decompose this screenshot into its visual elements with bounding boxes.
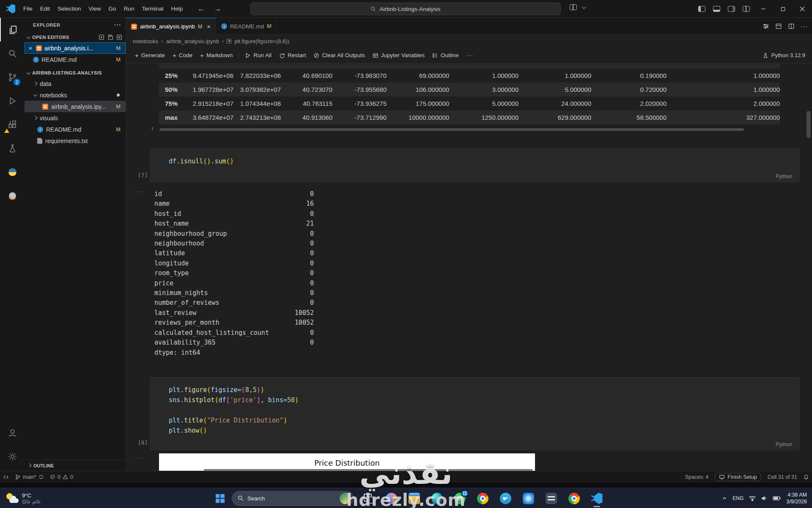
cell-position-indicator[interactable]: Cell 31 of 31 (765, 471, 800, 483)
search-highlight-image[interactable] (340, 493, 351, 504)
outline-section-header[interactable]: OUTLINE (25, 460, 126, 471)
explorer-activity-icon[interactable] (0, 18, 25, 41)
file-requirements[interactable]: requirements.txt (25, 135, 126, 146)
hidden-icons-chevron[interactable] (721, 495, 727, 501)
volume-icon[interactable] (761, 495, 768, 501)
copilot-taskbar-icon[interactable] (381, 489, 402, 508)
clock[interactable]: 4:38 AM 3/9/2026 (786, 491, 807, 505)
add-code-cell-button[interactable]: +Code (169, 50, 196, 61)
configure-notebook-icon[interactable] (763, 23, 769, 30)
menu-selection[interactable]: Selection (54, 3, 85, 15)
menu-edit[interactable]: Edit (36, 3, 54, 15)
menu-help[interactable]: Help (167, 3, 187, 15)
chrome-taskbar-icon[interactable] (472, 489, 493, 508)
taskbar-search[interactable]: Search (232, 491, 354, 506)
add-markdown-cell-button[interactable]: +Markdown (196, 50, 236, 61)
close-tab-icon[interactable]: × (207, 23, 211, 30)
weather-widget[interactable]: 9°C غائم غالبًا (3, 490, 43, 507)
nav-back-icon[interactable]: ← (198, 5, 205, 13)
toggle-primary-sidebar-icon[interactable] (698, 6, 705, 12)
code-cell-histplot[interactable]: plt.figure(figsize=(8,5))sns.histplot(df… (150, 377, 799, 450)
kernel-picker[interactable]: Python 3.12.9 (763, 52, 805, 58)
file-airbnb-notebook[interactable]: airbnb_analysis.ipy... M (25, 101, 126, 112)
breadcrumb-file[interactable]: airbnb_analysis.ipynb (166, 38, 219, 44)
notifications-bell-icon[interactable] (800, 471, 812, 483)
testing-activity-icon[interactable] (0, 136, 25, 160)
tab-airbnb-notebook[interactable]: airbnb_analysis.ipynb M × (126, 18, 216, 35)
copilot-toggle-icon[interactable] (570, 4, 577, 10)
menu-file[interactable]: File (19, 3, 36, 15)
collapse-icons-icon[interactable] (775, 23, 782, 30)
split-editor-icon[interactable] (788, 23, 795, 30)
telegram-taskbar-icon[interactable] (495, 489, 516, 508)
file-readme[interactable]: i README.md M (25, 124, 126, 135)
minimize-button[interactable] (754, 0, 773, 18)
menu-run[interactable]: Run (120, 3, 138, 15)
menu-go[interactable]: Go (105, 3, 120, 15)
sync-icon[interactable] (38, 474, 44, 480)
python-activity-icon[interactable] (0, 160, 25, 184)
menu-view[interactable]: View (85, 3, 105, 15)
toggle-secondary-sidebar-icon[interactable] (728, 6, 735, 12)
toggle-panel-icon[interactable] (713, 6, 720, 12)
run-all-button[interactable]: Run All (241, 50, 275, 60)
close-window-button[interactable] (793, 0, 812, 18)
project-root-header[interactable]: AIRBNB-LISTINGS-ANALYSIS (25, 68, 126, 78)
output-menu-icon[interactable]: ··· (135, 454, 143, 461)
save-all-icon[interactable] (107, 34, 113, 40)
more-actions-icon[interactable]: ··· (801, 23, 808, 30)
cell2-code[interactable]: plt.figure(figsize=(8,5))sns.histplot(df… (151, 378, 799, 436)
vertical-scrollbar[interactable] (807, 111, 811, 138)
command-center-search[interactable]: Airbnb-Listings-Analysis (250, 3, 561, 15)
explorer-more-icon[interactable]: ··· (114, 22, 121, 28)
source-control-activity-icon[interactable]: 2 (0, 65, 25, 89)
whatsapp-taskbar-icon[interactable]: 11 (449, 489, 470, 508)
search-activity-icon[interactable] (0, 41, 25, 65)
menu-terminal[interactable]: Terminal (138, 3, 167, 15)
wifi-icon[interactable] (749, 495, 756, 501)
jupyter-variables-button[interactable]: Jupyter Variables (369, 50, 428, 60)
input-language-indicator[interactable]: ENG (732, 495, 743, 501)
extensions-activity-icon[interactable] (0, 113, 25, 136)
file-explorer-taskbar-icon[interactable] (403, 489, 425, 508)
jupyter-activity-icon[interactable] (0, 184, 25, 207)
vscode-taskbar-icon[interactable] (586, 489, 607, 508)
cell1-code[interactable]: df.isnull().sum() (151, 149, 799, 166)
close-all-editors-icon[interactable] (116, 34, 122, 40)
open-editor-readme[interactable]: i README.md M (25, 54, 126, 65)
photos-taskbar-icon[interactable] (518, 489, 539, 508)
branch-indicator[interactable]: main* (12, 471, 47, 483)
scroll-left-icon[interactable]: ‹ (151, 124, 154, 132)
edge-taskbar-icon[interactable] (426, 489, 447, 508)
clear-all-outputs-button[interactable]: Clear All Outputs (310, 50, 368, 60)
chrome2-taskbar-icon[interactable] (563, 489, 584, 508)
chevron-down-icon[interactable] (582, 5, 586, 9)
problems-indicator[interactable]: 0 0 (47, 471, 76, 483)
tab-readme[interactable]: i README.md M (216, 18, 277, 35)
new-untitled-file-icon[interactable] (99, 34, 104, 40)
breadcrumb-cell[interactable]: plt.figure(figsize=(8,6)) (234, 38, 289, 44)
folder-data[interactable]: data (25, 78, 126, 89)
folder-notebooks[interactable]: notebooks (25, 89, 126, 101)
generate-button[interactable]: +Generate (131, 50, 169, 61)
system-taskbar-icon[interactable] (540, 489, 562, 508)
code-cell-isnull[interactable]: df.isnull().sum() Python (150, 149, 799, 182)
task-view-taskbar-icon[interactable] (358, 489, 379, 508)
folder-visuals[interactable]: visuals (25, 112, 126, 124)
customize-layout-icon[interactable] (743, 6, 750, 12)
battery-icon[interactable] (773, 496, 781, 501)
horizontal-scrollbar[interactable] (159, 127, 744, 132)
remote-indicator-icon[interactable] (0, 471, 12, 483)
settings-gear-icon[interactable] (0, 444, 25, 468)
output-menu-icon[interactable]: ··· (135, 188, 143, 195)
spaces-indicator[interactable]: Spaces: 4 (682, 471, 712, 483)
open-editor-airbnb-notebook[interactable]: × airbnb_analysis.i... M (25, 42, 126, 54)
toolbar-more-icon[interactable]: ··· (463, 50, 477, 60)
finish-setup-button[interactable]: Finish Setup (715, 473, 761, 481)
maximize-button[interactable] (773, 0, 793, 18)
outline-button[interactable]: Outline (428, 50, 463, 60)
close-icon[interactable]: × (27, 44, 33, 52)
accounts-icon[interactable] (0, 421, 25, 444)
open-editors-header[interactable]: OPEN EDITORS (25, 32, 126, 42)
restart-button[interactable]: Restart (275, 50, 310, 60)
